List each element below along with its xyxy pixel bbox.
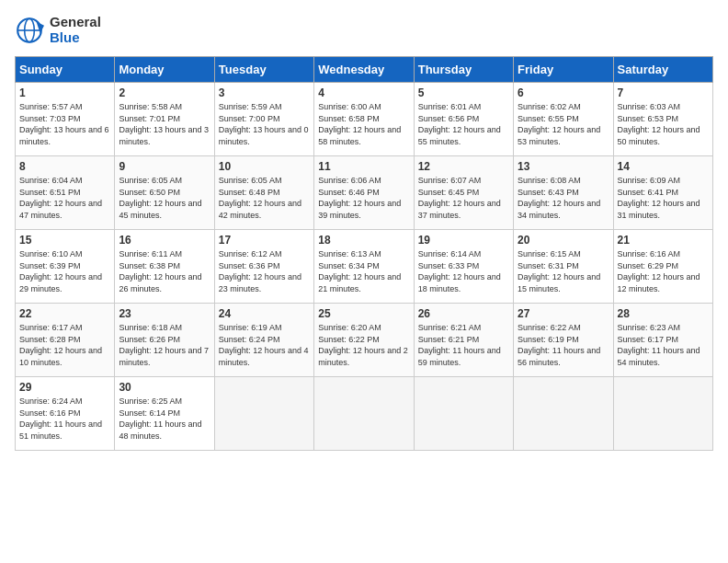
col-wednesday: Wednesday — [314, 57, 414, 83]
day-info: Sunrise: 6:07 AM Sunset: 6:45 PM Dayligh… — [418, 175, 509, 221]
day-cell: 20 Sunrise: 6:15 AM Sunset: 6:31 PM Dayl… — [514, 230, 613, 304]
day-number: 26 — [418, 307, 509, 320]
day-info: Sunrise: 6:25 AM Sunset: 6:14 PM Dayligh… — [119, 396, 210, 442]
day-info: Sunrise: 6:00 AM Sunset: 6:58 PM Dayligh… — [318, 101, 409, 147]
day-number: 17 — [219, 234, 310, 247]
day-number: 28 — [618, 307, 709, 320]
day-number: 1 — [19, 86, 110, 99]
day-cell: 26 Sunrise: 6:21 AM Sunset: 6:21 PM Dayl… — [414, 304, 513, 377]
logo-text: General Blue — [50, 15, 101, 45]
day-cell: 15 Sunrise: 6:10 AM Sunset: 6:39 PM Dayl… — [16, 230, 115, 304]
svg-marker-3 — [36, 21, 44, 33]
day-number: 24 — [219, 307, 310, 320]
day-info: Sunrise: 6:02 AM Sunset: 6:55 PM Dayligh… — [518, 101, 609, 147]
day-cell: 9 Sunrise: 6:05 AM Sunset: 6:50 PM Dayli… — [115, 156, 214, 230]
day-number: 11 — [318, 160, 409, 173]
day-number: 7 — [618, 86, 709, 99]
day-number: 18 — [318, 234, 409, 247]
day-cell: 21 Sunrise: 6:16 AM Sunset: 6:29 PM Dayl… — [613, 230, 712, 304]
day-number: 29 — [19, 381, 110, 394]
empty-cell — [613, 377, 712, 451]
day-info: Sunrise: 6:19 AM Sunset: 6:24 PM Dayligh… — [219, 322, 310, 368]
day-info: Sunrise: 6:01 AM Sunset: 6:56 PM Dayligh… — [418, 101, 509, 147]
day-info: Sunrise: 6:20 AM Sunset: 6:22 PM Dayligh… — [318, 322, 409, 368]
day-cell: 18 Sunrise: 6:13 AM Sunset: 6:34 PM Dayl… — [314, 230, 414, 304]
day-cell: 3 Sunrise: 5:59 AM Sunset: 7:00 PM Dayli… — [214, 83, 313, 156]
day-cell: 2 Sunrise: 5:58 AM Sunset: 7:01 PM Dayli… — [115, 83, 214, 156]
day-number: 23 — [119, 307, 210, 320]
day-info: Sunrise: 6:17 AM Sunset: 6:28 PM Dayligh… — [19, 322, 110, 368]
day-cell: 16 Sunrise: 6:11 AM Sunset: 6:38 PM Dayl… — [115, 230, 214, 304]
day-info: Sunrise: 6:21 AM Sunset: 6:21 PM Dayligh… — [418, 322, 509, 368]
day-cell: 8 Sunrise: 6:04 AM Sunset: 6:51 PM Dayli… — [16, 156, 115, 230]
day-cell: 28 Sunrise: 6:23 AM Sunset: 6:17 PM Dayl… — [613, 304, 712, 377]
day-number: 13 — [518, 160, 609, 173]
day-info: Sunrise: 6:18 AM Sunset: 6:26 PM Dayligh… — [119, 322, 210, 368]
col-sunday: Sunday — [16, 57, 115, 83]
day-info: Sunrise: 6:09 AM Sunset: 6:41 PM Dayligh… — [618, 175, 709, 221]
day-number: 21 — [618, 234, 709, 247]
logo: General Blue — [15, 15, 101, 45]
day-number: 3 — [219, 86, 310, 99]
col-monday: Monday — [115, 57, 214, 83]
logo-blue: Blue — [50, 30, 101, 46]
day-cell: 29 Sunrise: 6:24 AM Sunset: 6:16 PM Dayl… — [16, 377, 115, 451]
calendar-week: 1 Sunrise: 5:57 AM Sunset: 7:03 PM Dayli… — [16, 83, 713, 156]
day-cell: 25 Sunrise: 6:20 AM Sunset: 6:22 PM Dayl… — [314, 304, 414, 377]
day-cell: 17 Sunrise: 6:12 AM Sunset: 6:36 PM Dayl… — [214, 230, 313, 304]
day-number: 14 — [618, 160, 709, 173]
day-number: 27 — [518, 307, 609, 320]
day-info: Sunrise: 5:58 AM Sunset: 7:01 PM Dayligh… — [119, 101, 210, 147]
day-number: 6 — [518, 86, 609, 99]
day-cell: 5 Sunrise: 6:01 AM Sunset: 6:56 PM Dayli… — [414, 83, 513, 156]
col-friday: Friday — [514, 57, 613, 83]
day-info: Sunrise: 6:05 AM Sunset: 6:50 PM Dayligh… — [119, 175, 210, 221]
empty-cell — [514, 377, 613, 451]
day-cell: 12 Sunrise: 6:07 AM Sunset: 6:45 PM Dayl… — [414, 156, 513, 230]
day-info: Sunrise: 6:24 AM Sunset: 6:16 PM Dayligh… — [19, 396, 110, 442]
day-number: 2 — [119, 86, 210, 99]
day-info: Sunrise: 6:12 AM Sunset: 6:36 PM Dayligh… — [219, 248, 310, 294]
day-number: 5 — [418, 86, 509, 99]
day-number: 30 — [119, 381, 210, 394]
day-cell: 7 Sunrise: 6:03 AM Sunset: 6:53 PM Dayli… — [613, 83, 712, 156]
day-info: Sunrise: 6:23 AM Sunset: 6:17 PM Dayligh… — [618, 322, 709, 368]
col-thursday: Thursday — [414, 57, 513, 83]
logo-globe-icon — [15, 16, 44, 45]
day-number: 16 — [119, 234, 210, 247]
day-info: Sunrise: 6:16 AM Sunset: 6:29 PM Dayligh… — [618, 248, 709, 294]
empty-cell — [314, 377, 414, 451]
day-info: Sunrise: 6:08 AM Sunset: 6:43 PM Dayligh… — [518, 175, 609, 221]
day-cell: 10 Sunrise: 6:05 AM Sunset: 6:48 PM Dayl… — [214, 156, 313, 230]
day-info: Sunrise: 6:22 AM Sunset: 6:19 PM Dayligh… — [518, 322, 609, 368]
header-row: Sunday Monday Tuesday Wednesday Thursday… — [16, 57, 713, 83]
day-cell: 23 Sunrise: 6:18 AM Sunset: 6:26 PM Dayl… — [115, 304, 214, 377]
empty-cell — [214, 377, 313, 451]
day-number: 10 — [219, 160, 310, 173]
day-info: Sunrise: 6:06 AM Sunset: 6:46 PM Dayligh… — [318, 175, 409, 221]
day-cell: 30 Sunrise: 6:25 AM Sunset: 6:14 PM Dayl… — [115, 377, 214, 451]
day-number: 4 — [318, 86, 409, 99]
day-cell: 19 Sunrise: 6:14 AM Sunset: 6:33 PM Dayl… — [414, 230, 513, 304]
day-cell: 6 Sunrise: 6:02 AM Sunset: 6:55 PM Dayli… — [514, 83, 613, 156]
col-saturday: Saturday — [613, 57, 712, 83]
day-number: 22 — [19, 307, 110, 320]
day-number: 8 — [19, 160, 110, 173]
calendar-week: 15 Sunrise: 6:10 AM Sunset: 6:39 PM Dayl… — [16, 230, 713, 304]
day-number: 9 — [119, 160, 210, 173]
day-info: Sunrise: 6:10 AM Sunset: 6:39 PM Dayligh… — [19, 248, 110, 294]
day-cell: 4 Sunrise: 6:00 AM Sunset: 6:58 PM Dayli… — [314, 83, 414, 156]
day-info: Sunrise: 6:13 AM Sunset: 6:34 PM Dayligh… — [318, 248, 409, 294]
day-info: Sunrise: 6:05 AM Sunset: 6:48 PM Dayligh… — [219, 175, 310, 221]
day-number: 12 — [418, 160, 509, 173]
day-info: Sunrise: 5:59 AM Sunset: 7:00 PM Dayligh… — [219, 101, 310, 147]
day-cell: 24 Sunrise: 6:19 AM Sunset: 6:24 PM Dayl… — [214, 304, 313, 377]
calendar-week: 8 Sunrise: 6:04 AM Sunset: 6:51 PM Dayli… — [16, 156, 713, 230]
day-number: 15 — [19, 234, 110, 247]
day-cell: 14 Sunrise: 6:09 AM Sunset: 6:41 PM Dayl… — [613, 156, 712, 230]
day-info: Sunrise: 6:14 AM Sunset: 6:33 PM Dayligh… — [418, 248, 509, 294]
day-cell: 22 Sunrise: 6:17 AM Sunset: 6:28 PM Dayl… — [16, 304, 115, 377]
day-number: 19 — [418, 234, 509, 247]
day-info: Sunrise: 6:11 AM Sunset: 6:38 PM Dayligh… — [119, 248, 210, 294]
calendar-week: 22 Sunrise: 6:17 AM Sunset: 6:28 PM Dayl… — [16, 304, 713, 377]
